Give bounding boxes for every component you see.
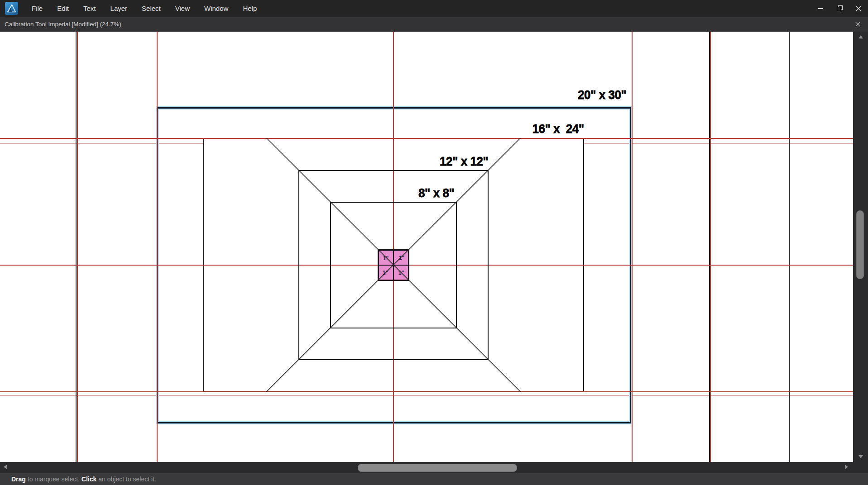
status-click-label: Click [82,475,96,483]
horizontal-scrollbar[interactable] [0,462,868,473]
guide-vertical-far-right[interactable] [710,32,711,462]
restore-button[interactable] [830,0,849,17]
scroll-down-icon[interactable] [858,455,863,458]
vertical-scrollbar-thumb[interactable] [856,210,864,279]
minimize-icon [818,8,823,9]
horizontal-scrollbar-thumb[interactable] [358,464,517,472]
menu-layer[interactable]: Layer [103,0,135,17]
tab-close-button[interactable] [854,20,862,28]
app-window: File Edit Text Layer Select View Window … [0,0,868,485]
status-drag-label: Drag [11,475,26,483]
status-bar: Drag to marquee select. Click an object … [0,473,868,485]
center-square-2x2[interactable]: 1" 1" 1" 1" [378,249,409,281]
menu-window[interactable]: Window [197,0,235,17]
menu-file[interactable]: File [24,0,50,17]
document-title: Calibration Tool Imperial [Modified] (24… [5,17,121,32]
affinity-designer-logo-icon [5,2,18,15]
tab-close-icon [855,22,860,27]
guide-horizontal-bottom[interactable] [0,391,853,392]
menu-bar: File Edit Text Layer Select View Window … [0,0,868,17]
status-click-text: an object to select it. [96,475,156,483]
restore-icon [837,5,843,11]
page-edge-line-outer-right [789,32,790,462]
window-controls [811,0,868,17]
document-canvas[interactable]: 1" 1" 1" 1" 20" x 30" 16" x 24" 12" x 12… [0,32,853,462]
minimize-button[interactable] [811,0,830,17]
vertical-scrollbar[interactable] [853,32,868,462]
menu-edit[interactable]: Edit [50,0,76,17]
menu-view[interactable]: View [168,0,197,17]
label-20x30[interactable]: 20" x 30" [578,88,626,102]
label-16x24[interactable]: 16" x 24" [532,122,584,136]
guide-vertical-right[interactable] [632,32,633,462]
close-window-button[interactable] [849,0,868,17]
label-8x8[interactable]: 8" x 8" [418,186,454,200]
menu-text[interactable]: Text [76,0,103,17]
label-12x12[interactable]: 12" x 12" [440,155,488,169]
center-square-horizontal-divider [379,265,408,266]
menu-help[interactable]: Help [235,0,264,17]
scroll-right-icon[interactable] [845,465,848,469]
inch-label-bottom-left: 1" [383,270,388,276]
page-edge-line-left [76,32,77,462]
scroll-up-icon[interactable] [858,35,863,38]
status-drag-text: to marquee select. [26,475,82,483]
inch-label-bottom-right: 1" [398,270,404,276]
scroll-left-icon[interactable] [4,465,7,469]
inch-label-top-right: 1" [399,255,404,261]
guide-horizontal-top[interactable] [0,138,853,139]
guide-vertical-left[interactable] [157,32,158,462]
inch-label-top-left: 1" [383,255,388,262]
menu-select[interactable]: Select [134,0,168,17]
guide-vertical-far-left[interactable] [77,32,78,462]
close-icon [856,6,861,11]
document-tab[interactable]: Calibration Tool Imperial [Modified] (24… [0,17,868,32]
